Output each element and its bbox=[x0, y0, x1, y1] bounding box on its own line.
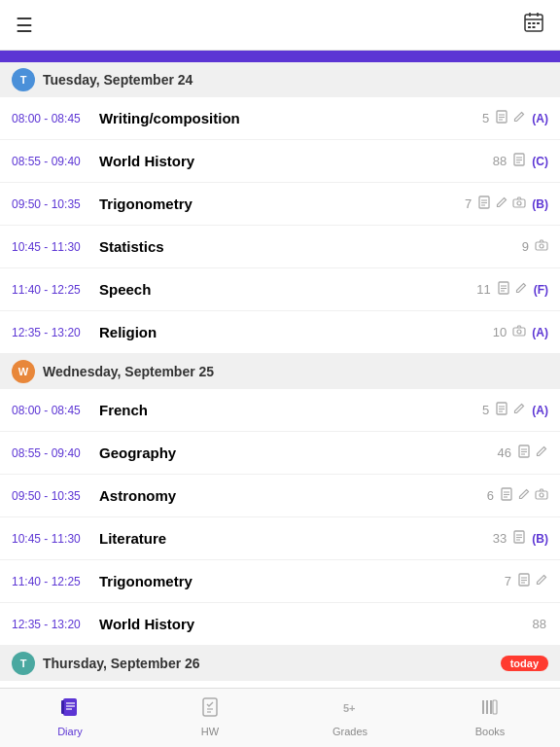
action-count: 11 bbox=[476, 282, 490, 297]
svg-rect-66 bbox=[61, 700, 64, 714]
class-badge: (B) bbox=[532, 197, 548, 211]
tab-hw[interactable]: HW bbox=[140, 696, 280, 737]
edit-icon[interactable] bbox=[514, 281, 528, 298]
notes-icon[interactable] bbox=[477, 196, 491, 212]
edit-icon[interactable] bbox=[495, 196, 508, 212]
row-actions: 88 bbox=[533, 617, 548, 631]
svg-point-22 bbox=[517, 201, 521, 205]
menu-icon[interactable]: ☰ bbox=[16, 14, 33, 37]
camera-icon[interactable] bbox=[512, 324, 526, 340]
subject-name: Writing/composition bbox=[99, 110, 482, 126]
svg-point-44 bbox=[540, 493, 543, 497]
row-actions: 9 bbox=[522, 238, 548, 255]
notes-icon[interactable] bbox=[495, 110, 508, 126]
row-actions: 5 (A) bbox=[482, 110, 548, 126]
time-range: 12:35 - 13:20 bbox=[12, 326, 99, 339]
row-actions: 7 (B) bbox=[465, 196, 548, 212]
edit-icon[interactable] bbox=[512, 110, 526, 126]
time-range: 09:50 - 10:35 bbox=[12, 489, 99, 503]
tab-grades[interactable]: 5+ Grades bbox=[280, 696, 420, 737]
svg-rect-6 bbox=[537, 22, 540, 24]
camera-icon[interactable] bbox=[512, 196, 526, 212]
edit-icon[interactable] bbox=[517, 487, 531, 504]
row-actions: 5 (A) bbox=[482, 402, 548, 418]
camera-icon[interactable] bbox=[535, 238, 548, 255]
svg-rect-43 bbox=[536, 491, 547, 499]
day-header-wednesday: WWednesday, September 25 bbox=[0, 354, 560, 389]
app-header: ☰ bbox=[0, 0, 560, 51]
day-label: Thursday, September 26 bbox=[43, 656, 200, 671]
subject-name: Literature bbox=[99, 530, 493, 547]
notes-icon[interactable] bbox=[495, 402, 508, 418]
table-row[interactable]: 10:45 - 11:30Literature33 (B) bbox=[0, 517, 560, 560]
day-circle: T bbox=[12, 652, 35, 675]
svg-rect-4 bbox=[528, 22, 531, 24]
row-actions: 88 (C) bbox=[493, 153, 548, 169]
svg-rect-7 bbox=[528, 26, 531, 28]
time-range: 11:40 - 12:25 bbox=[12, 283, 99, 297]
edit-icon[interactable] bbox=[512, 402, 526, 418]
subject-name: French bbox=[99, 402, 482, 418]
day-circle: W bbox=[12, 360, 35, 383]
row-actions: 33 (B) bbox=[493, 530, 548, 547]
class-badge: (F) bbox=[534, 283, 548, 297]
table-row[interactable]: 09:50 - 10:35Astronomy6 bbox=[0, 475, 560, 517]
action-count: 10 bbox=[493, 325, 507, 339]
svg-point-24 bbox=[540, 244, 543, 248]
svg-rect-29 bbox=[513, 328, 525, 336]
table-row[interactable]: 08:00 - 08:45Writing/composition5 (A) bbox=[0, 97, 560, 140]
day-label: Tuesday, September 24 bbox=[43, 72, 192, 88]
tab-diary[interactable]: Diary bbox=[0, 696, 140, 737]
subject-name: Speech bbox=[99, 281, 476, 298]
today-badge: today bbox=[501, 656, 548, 671]
table-row[interactable]: 08:55 - 09:40Geography46 bbox=[0, 432, 560, 475]
edit-icon[interactable] bbox=[535, 573, 548, 589]
table-row[interactable]: 08:00 - 08:45French5 (A) bbox=[0, 389, 560, 432]
class-badge: (A) bbox=[532, 404, 548, 417]
day-circle: T bbox=[12, 68, 35, 91]
action-count: 5 bbox=[482, 111, 489, 125]
subject-name: World History bbox=[99, 153, 493, 169]
table-row[interactable]: 08:55 - 09:40World History88 (C) bbox=[0, 140, 560, 183]
class-badge: (C) bbox=[532, 155, 548, 168]
time-range: 10:45 - 11:30 bbox=[12, 532, 99, 546]
time-range: 09:50 - 10:35 bbox=[12, 197, 99, 211]
notes-icon[interactable] bbox=[512, 153, 526, 169]
camera-icon[interactable] bbox=[535, 487, 548, 504]
time-range: 12:35 - 13:20 bbox=[12, 618, 99, 631]
day-header-thursday: TThursday, September 26today bbox=[0, 646, 560, 681]
table-row[interactable]: 12:35 - 13:20Religion10 (A) bbox=[0, 311, 560, 354]
svg-text:5+: 5+ bbox=[343, 702, 356, 714]
svg-rect-23 bbox=[536, 242, 547, 250]
notes-icon[interactable] bbox=[497, 281, 510, 298]
table-row[interactable]: 11:40 - 12:25Trigonometry7 bbox=[0, 560, 560, 603]
class-badge: (A) bbox=[532, 112, 548, 125]
hw-tab-icon bbox=[199, 696, 221, 723]
table-row[interactable]: 10:45 - 11:30Statistics9 bbox=[0, 226, 560, 268]
table-row[interactable]: 09:50 - 10:35Trigonometry7 (B) bbox=[0, 183, 560, 226]
row-actions: 7 bbox=[505, 573, 548, 589]
books-tab-icon bbox=[479, 696, 501, 723]
table-row[interactable]: 12:35 - 13:20World History88 bbox=[0, 603, 560, 646]
notes-icon[interactable] bbox=[512, 530, 526, 547]
subject-name: Religion bbox=[99, 324, 493, 340]
edit-icon[interactable] bbox=[535, 445, 548, 461]
svg-rect-5 bbox=[533, 22, 536, 24]
time-range: 10:45 - 11:30 bbox=[12, 240, 99, 254]
time-range: 08:00 - 08:45 bbox=[12, 404, 99, 417]
time-range: 08:55 - 09:40 bbox=[12, 155, 99, 168]
table-row[interactable]: 11:40 - 12:25Speech11 (F) bbox=[0, 268, 560, 311]
subject-name: Trigonometry bbox=[99, 196, 465, 212]
tab-books[interactable]: Books bbox=[420, 696, 560, 737]
subject-name: Geography bbox=[99, 445, 498, 461]
notes-icon[interactable] bbox=[500, 487, 513, 504]
action-count: 33 bbox=[493, 531, 507, 546]
notes-icon[interactable] bbox=[517, 445, 531, 461]
day-header-tuesday: TTuesday, September 24 bbox=[0, 62, 560, 97]
notes-icon[interactable] bbox=[517, 573, 531, 589]
diary-tab-icon bbox=[59, 696, 81, 723]
hw-tab-label: HW bbox=[201, 726, 219, 737]
day-label: Wednesday, September 25 bbox=[43, 364, 214, 379]
schedule-content: TTuesday, September 2408:00 - 08:45Writi… bbox=[0, 62, 560, 747]
calendar-icon[interactable] bbox=[523, 12, 544, 38]
